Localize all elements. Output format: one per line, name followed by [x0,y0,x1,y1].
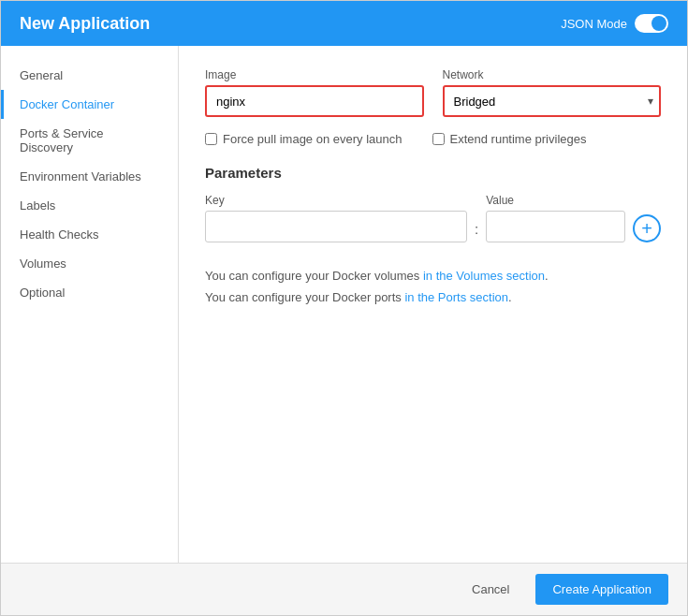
value-label: Value [486,194,625,207]
force-pull-label: Force pull image on every launch [223,132,403,146]
value-input[interactable] [486,211,625,242]
json-mode-toggle[interactable] [635,14,668,33]
sidebar: General Docker Container Ports & Service… [1,46,179,563]
image-input[interactable] [205,85,424,117]
json-mode-label: JSON Mode [561,17,627,31]
network-select-wrapper: Bridged Host User ▾ [443,85,662,117]
json-mode-toggle-group: JSON Mode [561,14,668,33]
checkbox-row: Force pull image on every launch Extend … [205,132,661,146]
sidebar-item-general[interactable]: General [1,61,178,90]
key-input[interactable] [205,211,467,242]
sidebar-item-docker-container[interactable]: Docker Container [1,90,178,119]
parameters-row: Key : Value + [205,194,661,242]
extend-privileges-checkbox[interactable] [432,133,445,145]
modal-header: New Application JSON Mode [1,1,687,46]
network-select[interactable]: Bridged Host User [443,85,662,117]
sidebar-item-volumes[interactable]: Volumes [1,249,178,278]
modal-body: General Docker Container Ports & Service… [1,46,687,563]
sidebar-item-env-vars[interactable]: Environment Variables [1,162,178,191]
modal-title: New Application [20,14,150,34]
ports-info-line: You can configure your Docker ports in t… [205,286,661,308]
volumes-section-link[interactable]: in the Volumes section [423,269,545,283]
main-content: Image Network Bridged Host User ▾ [179,46,687,563]
ports-section-link[interactable]: in the Ports section [404,290,508,304]
info-text: You can configure your Docker volumes in… [205,265,661,309]
image-network-row: Image Network Bridged Host User ▾ [205,68,661,117]
modal-container: New Application JSON Mode General Docker… [0,0,688,616]
sidebar-item-labels[interactable]: Labels [1,191,178,220]
force-pull-checkbox[interactable] [205,133,217,145]
sidebar-item-optional[interactable]: Optional [1,278,178,307]
extend-privileges-label: Extend runtime privileges [450,132,587,146]
force-pull-checkbox-label[interactable]: Force pull image on every launch [205,132,403,146]
network-label: Network [443,68,662,81]
sidebar-item-ports[interactable]: Ports & Service Discovery [1,119,178,162]
value-group: Value [486,194,625,242]
modal-footer: Cancel Create Application [1,563,687,615]
parameters-title: Parameters [205,165,661,181]
colon-separator: : [475,221,478,242]
create-application-button[interactable]: Create Application [535,574,668,605]
image-label: Image [205,68,424,81]
plus-icon: + [641,219,652,238]
cancel-button[interactable]: Cancel [457,575,524,604]
toggle-knob [651,16,666,31]
key-label: Key [205,194,467,207]
add-parameter-button[interactable]: + [633,214,661,242]
volumes-info-line: You can configure your Docker volumes in… [205,265,661,286]
network-field-group: Network Bridged Host User ▾ [443,68,662,117]
key-group: Key [205,194,467,242]
image-field-group: Image [205,68,424,117]
extend-privileges-checkbox-label[interactable]: Extend runtime privileges [432,132,587,146]
sidebar-item-health-checks[interactable]: Health Checks [1,220,178,249]
